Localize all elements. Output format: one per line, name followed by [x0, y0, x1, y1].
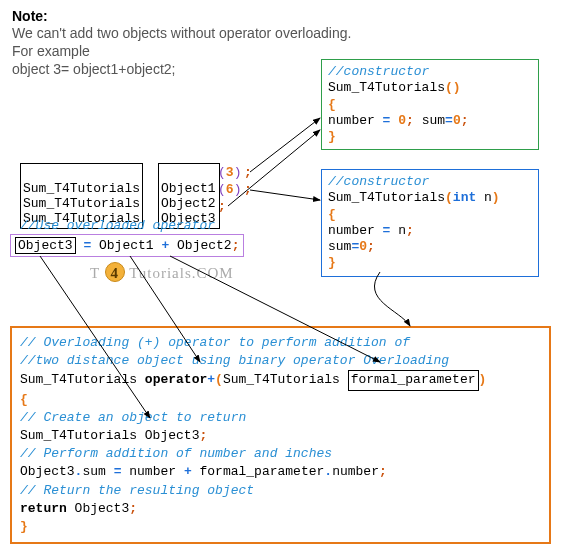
- svg-line-2: [250, 190, 320, 200]
- svg-line-1: [228, 130, 320, 206]
- assign-eq: =: [76, 238, 99, 253]
- constructor-default-box: //constructor Sum_T4Tutorials() { number…: [321, 59, 539, 150]
- op-c4: // Perform addition of number and inches: [20, 446, 332, 461]
- ctor1-comment: //constructor: [328, 64, 429, 79]
- decl-obj1: Object1: [161, 181, 216, 196]
- ctor2-name: Sum_T4Tutorials: [328, 190, 445, 205]
- note-label: Note:: [12, 8, 549, 24]
- formal-param-box: formal_parameter: [348, 370, 479, 390]
- arg2-group: (6): [218, 182, 241, 197]
- constructor-param-box: //constructor Sum_T4Tutorials(int n) { n…: [321, 169, 539, 277]
- decl-obj2: Object2: [161, 196, 216, 211]
- op-c2: //two distance object using binary opera…: [20, 353, 449, 368]
- decl-type-1: Sum_T4Tutorials: [23, 181, 140, 196]
- arg1-val: 3: [226, 165, 234, 180]
- semi-3: ;: [218, 199, 226, 214]
- note-line-1: We can't add two objects without operato…: [12, 24, 549, 42]
- op-c5: // Return the resulting object: [20, 483, 254, 498]
- assign-a: Object1: [99, 238, 154, 253]
- op-c1: // Overloading (+) operator to perform a…: [20, 335, 410, 350]
- svg-line-0: [250, 118, 320, 172]
- decl-type-2: Sum_T4Tutorials: [23, 196, 140, 211]
- arg2-val: 6: [226, 182, 234, 197]
- watermark: T 4 Tutorials.COM: [90, 262, 234, 282]
- semi-1: ;: [244, 165, 252, 180]
- arg1-group: (3): [218, 165, 241, 180]
- note-line-2: For example: [12, 42, 549, 60]
- assign-plus: +: [154, 238, 177, 253]
- assign-box: Object3 = Object1 + Object2;: [10, 234, 244, 257]
- ctor2-comment: //constructor: [328, 174, 429, 189]
- use-overloaded-comment: //Use overloaded operator: [20, 218, 215, 233]
- operator-overload-box: // Overloading (+) operator to perform a…: [10, 326, 551, 544]
- ctor1-name: Sum_T4Tutorials: [328, 80, 445, 95]
- watermark-circle: 4: [105, 262, 125, 282]
- assign-lhs: Object3: [15, 237, 76, 254]
- op-c3: // Create an object to return: [20, 410, 246, 425]
- semi-2: ;: [244, 182, 252, 197]
- assign-semi: ;: [232, 238, 240, 253]
- assign-b: Object2: [177, 238, 232, 253]
